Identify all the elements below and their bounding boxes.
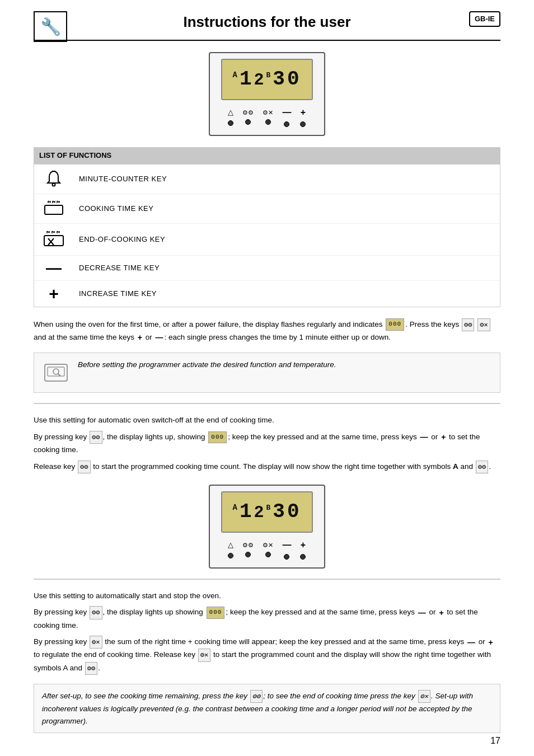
btn-dot-1 xyxy=(228,120,233,126)
paragraph-3: Use this setting to automatically start … xyxy=(34,590,500,675)
logo: 🔧 xyxy=(34,11,67,42)
para1-text4: or xyxy=(143,333,154,341)
end-cooking-icon xyxy=(43,228,65,251)
cooking-time-icon xyxy=(43,199,65,219)
plus-key-2: + xyxy=(441,431,446,443)
btn-dot-5 xyxy=(300,121,306,127)
function-icon-decrease: — xyxy=(40,260,68,276)
minus-icon: — xyxy=(282,106,291,119)
info-box-2-text: After set-up, to see the cooking time re… xyxy=(42,690,492,727)
end-icon-2: ⚙✕ xyxy=(263,541,273,550)
function-icon-increase: + xyxy=(40,285,68,302)
display-panel-1: A12B30 △ ⚙⚙ ⚙✕ — xyxy=(209,52,325,136)
display-btn2-end: ⚙✕ xyxy=(263,541,273,558)
cooking-key-icon: ⚙⚙ xyxy=(462,318,474,331)
display-panel-2-wrap: A12B30 △ ⚙⚙ ⚙✕ — xyxy=(34,485,500,569)
btn-dot2-2 xyxy=(245,552,251,557)
display-btn-bell: △ xyxy=(228,107,233,126)
btn-dot-2 xyxy=(245,119,251,125)
cooking-sym-p3: ⚙⚙ xyxy=(85,662,97,675)
para3-line3: By pressing key ⚙✕ the sum of the right … xyxy=(34,636,500,675)
cooking-key-p3: ⚙⚙ xyxy=(90,606,102,619)
display-btn-minus: — xyxy=(282,106,291,127)
minute-counter-icon xyxy=(44,169,64,189)
paragraph-2: Use this setting for automatic oven swit… xyxy=(34,414,500,473)
function-label-increase: INCREASE TIME KEY xyxy=(79,288,157,299)
btn-dot2-3 xyxy=(265,552,271,557)
btn-dot2-4 xyxy=(284,554,289,560)
end-key-icon: ⚙✕ xyxy=(477,318,490,331)
display-btn2-bell: △ xyxy=(228,539,233,558)
plus-key-p3b: + xyxy=(488,636,493,649)
function-row-minute-counter: MINUTE-COUNTER KEY xyxy=(34,165,500,194)
section-divider-1 xyxy=(34,403,500,404)
lcd-000-2: 000 xyxy=(208,431,227,444)
display-btn-end: ⚙✕ xyxy=(263,108,273,125)
function-row-decrease: — DECREASE TIME KEY xyxy=(34,256,500,281)
end-key-p3: ⚙✕ xyxy=(90,636,102,649)
section-divider-2 xyxy=(34,579,500,580)
function-label-minute-counter: MINUTE-COUNTER KEY xyxy=(79,173,167,185)
paragraph-1: When using the oven for the first time, … xyxy=(34,318,500,344)
function-row-cooking-time: COOKING TIME KEY xyxy=(34,194,500,224)
functions-table: MINUTE-COUNTER KEY xyxy=(34,164,500,307)
display-btn-plus: + xyxy=(300,106,306,127)
minus-symbol: — xyxy=(46,260,62,276)
display-panel-1-wrap: A12B30 △ ⚙⚙ ⚙✕ — xyxy=(34,52,500,136)
page: 🔧 Instructions for the user GB-IE A12B30… xyxy=(0,0,534,756)
function-label-end-cooking: END-OF-COOKING KEY xyxy=(79,234,165,245)
btn-dot-3 xyxy=(265,119,271,125)
cooking-key-info2: ⚙⚙ xyxy=(250,690,263,703)
svg-rect-12 xyxy=(44,236,63,246)
country-badge: GB-IE xyxy=(469,11,500,27)
function-label-cooking-time: COOKING TIME KEY xyxy=(79,203,153,214)
minus-key-2: — xyxy=(420,431,428,443)
svg-rect-2 xyxy=(45,205,63,214)
para1-text1: When using the oven for the first time, … xyxy=(34,320,385,328)
bell-icon-2: △ xyxy=(228,539,233,551)
plus-symbol: + xyxy=(49,285,59,302)
cooking-icon-2: ⚙⚙ xyxy=(242,541,254,550)
display-panel-2: A12B30 △ ⚙⚙ ⚙✕ — xyxy=(209,485,325,569)
plus-key-ref: + xyxy=(138,331,142,344)
display-btn2-minus: — xyxy=(282,538,291,560)
para3-line1: Use this setting to automatically start … xyxy=(34,590,500,602)
function-row-end-cooking: END-OF-COOKING KEY xyxy=(34,224,500,256)
functions-header: LIST OF FUNCTIONS xyxy=(34,147,500,164)
minus-key-p3: — xyxy=(418,607,426,619)
info-box-2: After set-up, to see the cooking time re… xyxy=(34,684,500,733)
display-btn2-plus: + xyxy=(300,538,306,560)
plus-icon: + xyxy=(301,106,306,119)
svg-point-0 xyxy=(53,183,55,186)
cooking-key-2: ⚙⚙ xyxy=(90,431,102,444)
display-screen-1: A12B30 xyxy=(221,59,312,100)
para2-line2: By pressing key ⚙⚙, the display lights u… xyxy=(34,431,500,456)
info-box-1-text: Before setting the programmer activate t… xyxy=(78,359,336,371)
function-icon-cooking-time xyxy=(40,199,68,219)
para2-line1: Use this setting for automatic oven swit… xyxy=(34,414,500,426)
minus-key-ref: — xyxy=(156,331,163,344)
btn-dot-4 xyxy=(284,121,289,127)
display-btn-cooking: ⚙⚙ xyxy=(242,108,254,125)
function-label-decrease: DECREASE TIME KEY xyxy=(79,262,160,274)
lcd-000-3: 000 xyxy=(207,607,225,619)
screen-superscript-b: B xyxy=(266,71,273,79)
info-box-1-icon xyxy=(42,359,70,387)
minus-key-p3b: — xyxy=(467,636,475,649)
display-buttons-2: △ ⚙⚙ ⚙✕ — + xyxy=(221,538,312,560)
bell-icon: △ xyxy=(228,107,233,118)
para1-text2: . Press the keys xyxy=(405,320,461,328)
end-icon: ⚙✕ xyxy=(263,108,273,118)
para3-line2: By pressing key ⚙⚙, the display lights u… xyxy=(34,606,500,631)
screen-superscript-a: A xyxy=(232,71,239,79)
page-number: 17 xyxy=(490,734,500,748)
cooking-sym-ref: ⚙⚙ xyxy=(476,461,488,473)
btn-dot2-5 xyxy=(300,554,306,560)
display-buttons-1: △ ⚙⚙ ⚙✕ — + xyxy=(221,106,312,127)
plus-icon-2: + xyxy=(301,538,306,552)
plus-key-p3: + xyxy=(439,607,443,619)
cooking-key-3: ⚙⚙ xyxy=(78,461,90,473)
cooking-icon: ⚙⚙ xyxy=(242,108,254,118)
end-key-info2: ⚙✕ xyxy=(418,690,430,703)
info-box-1: Before setting the programmer activate t… xyxy=(34,353,500,393)
